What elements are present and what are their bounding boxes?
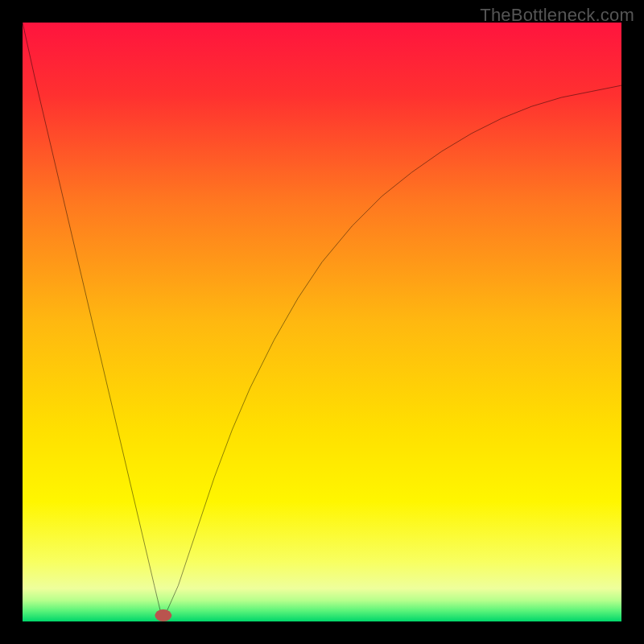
- plot-svg: [23, 23, 621, 621]
- chart-figure: TheBottleneck.com: [0, 0, 644, 644]
- plot-area: [23, 23, 621, 621]
- minimum-marker: [155, 609, 171, 621]
- watermark-text: TheBottleneck.com: [480, 5, 634, 26]
- bottleneck-curve: [23, 23, 621, 613]
